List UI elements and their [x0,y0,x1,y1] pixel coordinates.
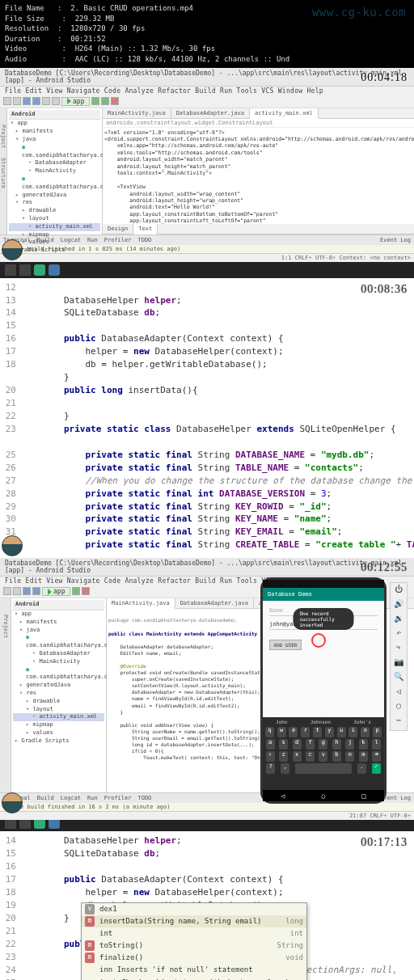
play-icon [48,589,52,595]
line-number: 14 [0,306,21,319]
emulator-navbar[interactable]: ◁○□ [263,790,384,801]
taskbar-item[interactable] [34,264,45,276]
rotate-left-icon[interactable]: ↶ [392,628,405,641]
tree-pkg2[interactable]: com.sandipbhattacharya.databasedemo [9,175,100,192]
tree-pkg1[interactable]: com.sandipbhattacharya.databasedemo [9,144,100,160]
tree-manifests[interactable]: manifests [9,128,100,136]
design-text-tabs[interactable]: Design Text [103,224,414,234]
structure-tab-vertical[interactable]: Structure [0,158,6,188]
ac-row[interactable]: intint [82,927,306,940]
tab-todo[interactable]: TODO [137,237,151,243]
ac-row[interactable]: mfinalize()void [82,952,306,964]
snackbar: One record successfully inserted [294,608,354,630]
project-tree[interactable]: Android app manifests java com.sandipbha… [7,108,103,234]
taskbar-item[interactable] [49,264,60,276]
more-icon[interactable]: ⋯ [392,716,405,729]
ac-row[interactable]: inst Checks object type with instanceof … [82,977,306,980]
toolbar-stop-icon[interactable] [111,97,119,105]
toolbar-copy-icon[interactable] [52,97,60,105]
ac-row[interactable]: vdex1 [82,903,306,915]
taskbar-item[interactable] [19,264,31,276]
tab-build[interactable]: Build [37,237,54,243]
android-emulator[interactable]: Database Demo Name john@yahoo.com ADD US… [260,577,387,804]
tree-drawable[interactable]: drawable [9,207,100,215]
tab-logcat[interactable]: Logcat [61,237,81,243]
toolbar-icon[interactable] [13,587,21,595]
zoom-icon[interactable]: 🔍 [392,672,405,685]
design-tab[interactable]: Design [103,224,133,234]
home-icon[interactable]: ○ [322,792,326,800]
instructor-avatar [2,239,23,260]
tree-dbadapter[interactable]: DatabaseAdapter [9,159,100,167]
toolbar-open-icon[interactable] [3,97,11,105]
recents-icon[interactable]: □ [362,792,366,800]
panel-2-code[interactable]: 00:08:36 12 13 DatabaseHelper helper; 14… [0,278,414,559]
tree-activity-main[interactable]: activity_main.xml [9,223,100,231]
taskbar-item[interactable] [5,264,16,276]
tree-layout[interactable]: layout [9,215,100,223]
toolbar-undo-icon[interactable] [23,97,31,105]
toolbar-debug-icon[interactable] [101,97,109,105]
rotate-right-icon[interactable]: ↷ [392,643,405,656]
tab-databaseadapter[interactable]: DatabaseAdapter.java [171,108,250,118]
back-icon[interactable]: ◁ [281,792,285,800]
toolbar-icon[interactable] [23,587,31,595]
toolbar-cut-icon[interactable] [42,97,50,105]
autocomplete-popup[interactable]: vdex1 minsertData(String name, String em… [81,902,307,980]
toolbar-redo-icon[interactable] [32,97,40,105]
breadcrumb[interactable]: androidx.constraintlayout.widget.Constra… [103,119,414,128]
toolbar[interactable]: app [0,95,414,108]
tab-profiler[interactable]: Profiler [104,237,132,243]
project-tab-vertical[interactable]: Project [0,125,6,149]
emulator-toolbar[interactable]: ⏻🔊🔉↶↷📷🔍◁○⋯ [390,582,408,731]
volume-down-icon[interactable]: 🔉 [392,614,405,627]
add-user-button[interactable]: ADD USER [269,640,302,650]
toolbar-run-icon[interactable] [91,97,99,105]
toolbar-run-icon[interactable] [72,587,80,595]
instructor-avatar [2,535,23,556]
play-icon [67,98,71,104]
camera-icon[interactable]: 📷 [392,657,405,670]
text-tab[interactable]: Text [133,224,158,234]
ac-row[interactable]: inn Inserts 'if not null' statement [82,964,306,976]
run-config-selector[interactable]: app [42,587,70,596]
toolbar-save-icon[interactable] [13,97,21,105]
toolbar-stop-icon[interactable] [82,587,90,595]
ac-row[interactable]: minsertData(String name, String email)lo… [82,915,306,927]
tree-res[interactable]: res [9,199,100,207]
line-number: 28 [0,488,21,501]
editor-tabs[interactable]: MainActivity.java DatabaseAdapter.java a… [103,108,414,119]
build-message-3: Gradle build finished in 16 s 2 ms (a mi… [0,803,414,811]
taskbar-1[interactable] [0,262,414,278]
xml-code[interactable]: <?xml version="1.0" encoding="utf-8"?> <… [103,128,414,224]
line-number: 23 [0,423,21,436]
tab-run[interactable]: Run [87,237,98,243]
power-icon[interactable]: ⏻ [392,585,405,598]
ac-row[interactable]: mtoString()String [82,940,306,952]
left-tool-gutter[interactable]: Project [0,598,11,792]
line-number: 20 [0,384,21,397]
run-config-selector[interactable]: app [61,97,90,106]
tree-genjava[interactable]: generatedJava [9,192,100,200]
menu-bar[interactable]: File Edit View Navigate Code Analyze Ref… [0,87,414,95]
tab-mainactivity[interactable]: MainActivity.java [103,108,171,118]
left-tool-gutter[interactable]: ProjectStructure [0,108,7,234]
toolbar-icon[interactable] [3,587,11,595]
tab-activity-main-xml[interactable]: activity_main.xml [250,108,319,119]
project-tree-3[interactable]: Android app manifests java com.sandipbha… [11,598,107,792]
tab-eventlog[interactable]: Event Log [380,237,411,243]
back-icon[interactable]: ◁ [392,686,405,699]
emulator-body[interactable]: Name john@yahoo.com ADD USER One record … [263,601,384,717]
tree-java[interactable]: java [9,136,100,144]
tree-header[interactable]: Android [9,110,100,120]
tree-app[interactable]: app [9,120,100,128]
home-icon[interactable]: ○ [392,701,405,714]
toolbar-icon[interactable] [32,587,40,595]
run-config-label: app [73,98,84,105]
emulator-keyboard[interactable]: JohnJohnsonJohn's qwertyuiop asdfghjkl ⇧… [263,717,384,790]
tree-mainactivity[interactable]: MainActivity [9,167,100,175]
panel-4-code[interactable]: 00:17:13 14 DatabaseHelper helper; 15 SQ… [0,831,414,980]
line-number: 15 [0,319,21,332]
volume-up-icon[interactable]: 🔊 [392,599,405,612]
line-number: 13 [0,294,21,307]
